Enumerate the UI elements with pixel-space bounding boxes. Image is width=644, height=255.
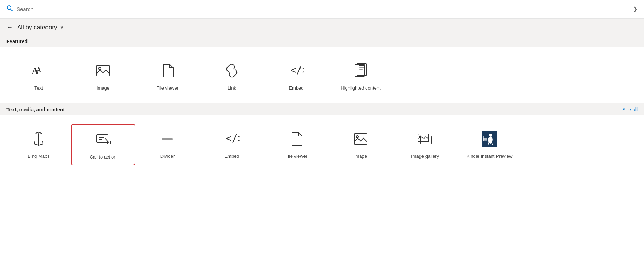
item-image-label: Image [354, 153, 367, 160]
item-file-viewer[interactable]: File viewer [264, 124, 328, 164]
link-icon [221, 60, 243, 81]
category-title-label: All by category [17, 24, 57, 31]
item-image-gallery[interactable]: Image gallery [393, 124, 457, 164]
kindle-icon [479, 128, 500, 150]
svg-rect-11 [359, 69, 363, 70]
svg-rect-9 [359, 65, 364, 66]
back-button[interactable]: ← [6, 24, 13, 31]
svg-point-26 [489, 134, 492, 137]
featured-item-highlighted[interactable]: Highlighted content [328, 56, 393, 96]
featured-item-link-label: Link [228, 85, 236, 91]
embed2-icon: </> [221, 128, 243, 150]
svg-text:</>: </> [226, 132, 240, 144]
svg-point-21 [356, 136, 358, 138]
svg-rect-20 [354, 134, 367, 144]
chevron-down-icon: ∨ [60, 25, 64, 30]
featured-item-image[interactable]: Image [71, 56, 135, 96]
collapse-icon[interactable]: ❯ [633, 6, 638, 12]
item-call-to-action[interactable]: Call to action [71, 124, 135, 165]
svg-point-5 [99, 68, 101, 70]
search-icon [6, 5, 13, 13]
svg-rect-14 [97, 135, 108, 142]
featured-label: Featured [6, 39, 28, 44]
svg-rect-4 [97, 65, 109, 76]
embed-icon: </> [286, 60, 307, 81]
item-bing-maps-label: Bing Maps [28, 153, 49, 160]
featured-item-link[interactable]: Link [200, 56, 264, 96]
svg-text:</>: </> [290, 64, 304, 76]
item-embed-label: Embed [224, 153, 239, 160]
featured-item-embed[interactable]: </> Embed [264, 56, 328, 96]
item-divider-label: Divider [160, 153, 175, 160]
item-image-gallery-label: Image gallery [411, 153, 439, 160]
image-icon [92, 60, 114, 81]
featured-item-highlighted-label: Highlighted content [341, 85, 380, 91]
featured-grid: A A Text Image File viewer [0, 47, 644, 103]
see-all-link[interactable]: See all [622, 107, 638, 112]
svg-text:A: A [36, 66, 41, 74]
text-icon: A A [28, 60, 49, 81]
category-header: ← All by category ∨ [0, 19, 644, 35]
search-input[interactable] [16, 6, 633, 12]
file-viewer-icon [157, 60, 178, 81]
item-call-to-action-label: Call to action [89, 154, 116, 160]
file-viewer2-icon [286, 128, 307, 150]
search-bar: ❯ [0, 0, 644, 19]
item-bing-maps[interactable]: Bing Maps [6, 124, 71, 164]
image2-icon [350, 128, 371, 150]
featured-item-embed-label: Embed [289, 85, 303, 91]
featured-section-label: Featured [0, 35, 644, 47]
image-gallery-icon [414, 128, 436, 150]
category-dropdown[interactable]: All by category ∨ [17, 24, 64, 31]
featured-item-image-label: Image [97, 85, 109, 91]
item-kindle[interactable]: Kindle Instant Preview [457, 124, 522, 164]
bing-maps-icon [28, 128, 49, 150]
featured-item-text-label: Text [34, 85, 43, 91]
item-embed[interactable]: </> Embed [200, 124, 264, 164]
text-media-grid: Bing Maps Call to action Divider </> [0, 115, 644, 172]
svg-rect-7 [355, 64, 364, 76]
svg-rect-10 [359, 67, 364, 68]
svg-line-1 [11, 9, 13, 11]
item-image[interactable]: Image [328, 124, 393, 164]
item-kindle-label: Kindle Instant Preview [467, 153, 513, 160]
call-to-action-icon [92, 129, 114, 150]
featured-item-file-viewer-label: File viewer [156, 85, 179, 91]
item-file-viewer-label: File viewer [285, 153, 307, 160]
text-media-section-label: Text, media, and content See all [0, 103, 644, 115]
featured-item-text[interactable]: A A Text [6, 56, 71, 96]
divider-icon [157, 128, 178, 150]
featured-item-file-viewer[interactable]: File viewer [135, 56, 200, 96]
item-divider[interactable]: Divider [135, 124, 200, 164]
text-media-label: Text, media, and content [6, 107, 65, 112]
highlighted-content-icon [350, 60, 371, 81]
